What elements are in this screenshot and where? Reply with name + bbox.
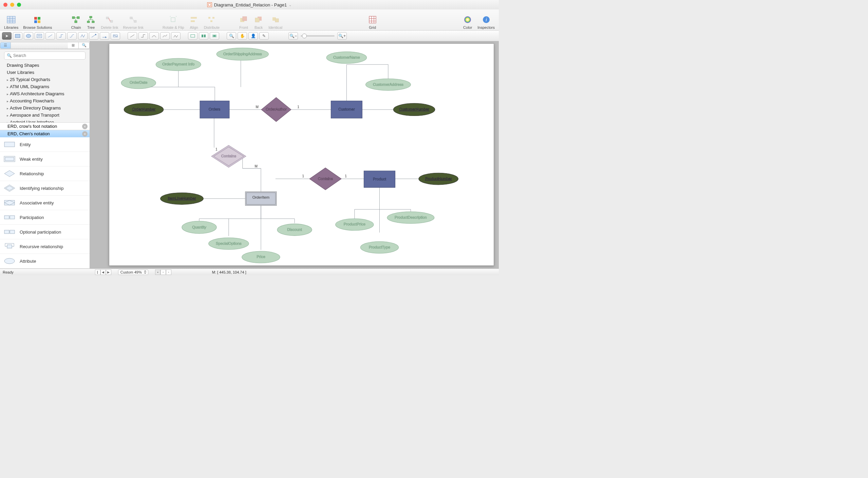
pointer-tool[interactable]: ➤	[2, 32, 12, 40]
entity-product[interactable]: Product	[364, 171, 395, 187]
browse-solutions-button[interactable]: Browse Solutions	[21, 15, 54, 29]
color-button[interactable]: Color	[460, 15, 475, 29]
tree-item[interactable]: Aerospace and Transport	[0, 112, 90, 119]
line-tool-1[interactable]	[128, 32, 137, 40]
tree-item[interactable]: ATM UML Diagrams	[0, 83, 90, 90]
tree-item[interactable]: AWS Architecture Diagrams	[0, 90, 90, 97]
profile-tool[interactable]: 👤	[248, 32, 258, 40]
shape-identifying-relationship[interactable]: Identifying relationship	[0, 181, 90, 196]
reverse-link-button: Reverse link	[121, 15, 146, 29]
relationship-orderauthor[interactable]: OrderAuthor	[261, 97, 291, 122]
attr-specialoptions[interactable]: SpecialOptions	[209, 238, 249, 250]
shape-relationship[interactable]: Relationship	[0, 166, 90, 181]
connector-3[interactable]	[67, 32, 77, 40]
inspectors-button[interactable]: i Inspectors	[475, 15, 497, 29]
close-icon[interactable]: ×	[82, 131, 88, 137]
snap-tool-2[interactable]	[199, 32, 208, 40]
status-bar: Ready ‖◀▶ Custom 49% ▪▫▫ M: [ 445.38, 10…	[0, 268, 499, 275]
libraries-button[interactable]: Libraries	[2, 15, 20, 29]
line-tool-2[interactable]	[138, 32, 148, 40]
attr-orderdate[interactable]: OrderDate	[121, 77, 156, 89]
shape-associative-entity[interactable]: Associative entity	[0, 196, 90, 210]
zoom-slider[interactable]	[301, 35, 335, 37]
attr-productdesc[interactable]: ProductDescription	[387, 212, 434, 224]
close-window-icon[interactable]	[3, 3, 7, 7]
line-tool-3[interactable]	[149, 32, 159, 40]
shape-attribute[interactable]: Attribute	[0, 254, 90, 268]
attr-ordershipping[interactable]: OrderShippingAddress	[216, 48, 268, 60]
entity-customer[interactable]: Customer	[331, 101, 362, 118]
window-controls	[0, 3, 21, 7]
canvas-area[interactable]: M 1 1 M 1 1	[90, 41, 499, 268]
entity-orderitem[interactable]: OrderItem	[245, 192, 277, 205]
zoom-out-button[interactable]: 🔍−	[288, 32, 298, 40]
svg-text:OrderDate: OrderDate	[130, 80, 147, 84]
drawing-canvas[interactable]: M 1 1 M 1 1	[109, 43, 494, 266]
line-tool-4[interactable]	[160, 32, 170, 40]
connector-5[interactable]	[89, 32, 98, 40]
relationship-contains-2[interactable]: Contains	[309, 168, 341, 190]
panel-search-toggle[interactable]: 🔍	[79, 42, 90, 49]
attr-producttype[interactable]: ProductType	[360, 241, 398, 253]
connector-6[interactable]	[100, 32, 109, 40]
svg-rect-68	[10, 230, 15, 234]
line-tool-5[interactable]	[171, 32, 181, 40]
connector-2[interactable]	[56, 32, 66, 40]
close-icon[interactable]: ×	[82, 124, 88, 129]
attr-customeraddress[interactable]: CustomerAddress	[366, 79, 411, 91]
page-nav[interactable]: ‖◀▶	[95, 270, 111, 275]
search-input[interactable]	[4, 52, 86, 60]
snap-tool-3[interactable]	[210, 32, 219, 40]
rect-tool[interactable]	[13, 32, 22, 40]
shape-weak-entity[interactable]: Weak entity	[0, 152, 90, 166]
document-title[interactable]: Diagrama_Entidad_Relacion - Page1 ⌄	[207, 2, 292, 7]
keyattr-customernumber[interactable]: CustomerNumber	[393, 103, 435, 116]
shape-optional-participation[interactable]: Optional participation	[0, 225, 90, 239]
tree-button[interactable]: Tree	[84, 15, 98, 29]
tree-item[interactable]: Active Directory Diagrams	[0, 104, 90, 112]
keyattr-ordernumber[interactable]: OrderNumber	[124, 103, 163, 116]
tree-item[interactable]: Android User Interface	[0, 119, 90, 122]
library-tab-chen[interactable]: ERD, Chen's notation×	[0, 130, 90, 137]
libraries-tree[interactable]: Drawing Shapes User Libraries 25 Typical…	[0, 62, 90, 122]
zoom-tool[interactable]: 🔍	[227, 32, 236, 40]
zoom-window-icon[interactable]	[17, 3, 21, 7]
tree-item[interactable]: 25 Typical Orgcharts	[0, 76, 90, 83]
connector-1[interactable]	[45, 32, 55, 40]
text-tool[interactable]	[35, 32, 44, 40]
panel-view-tree[interactable]: ☰	[0, 42, 11, 49]
minimize-window-icon[interactable]	[10, 3, 14, 7]
page-tabs[interactable]: ▪▫▫	[155, 270, 171, 275]
shape-entity[interactable]: Entity	[0, 137, 90, 152]
attr-customername[interactable]: CustomerName	[326, 52, 367, 64]
attr-discount[interactable]: Discount	[277, 224, 312, 236]
attr-orderpayment[interactable]: OrderPayment Info	[156, 58, 201, 71]
entity-orders[interactable]: Orders	[200, 101, 229, 118]
tree-item[interactable]: User Libraries	[0, 69, 90, 76]
zoom-in-button[interactable]: 🔍+	[337, 32, 347, 40]
chain-button[interactable]: Chain	[69, 15, 83, 29]
library-tab-crow[interactable]: ERD, crow's foot notation×	[0, 122, 90, 130]
attr-price[interactable]: Price	[242, 251, 280, 263]
zoom-dropdown[interactable]: Custom 49%	[118, 270, 148, 275]
attr-productprice[interactable]: ProductPrice	[336, 219, 374, 231]
connector-4[interactable]	[78, 32, 88, 40]
tree-item[interactable]: Accounting Flowcharts	[0, 97, 90, 104]
keyattr-productnumber[interactable]: ProductNumber	[419, 173, 458, 185]
svg-rect-15	[106, 17, 109, 19]
svg-line-49	[113, 35, 117, 37]
grid-button[interactable]: Grid	[365, 15, 380, 29]
pencil-tool[interactable]: ✎	[259, 32, 269, 40]
pan-tool[interactable]: ✋	[238, 32, 247, 40]
attr-quantity[interactable]: Quantity	[182, 221, 216, 234]
panel-view-grid[interactable]: ⊞	[68, 42, 79, 49]
connector-7[interactable]	[111, 32, 120, 40]
ellipse-tool[interactable]	[24, 32, 33, 40]
snap-tool-1[interactable]	[188, 32, 197, 40]
tree-item[interactable]: Drawing Shapes	[0, 62, 90, 69]
distribute-button: Distribute	[202, 15, 222, 29]
shape-participation[interactable]: Participation	[0, 210, 90, 225]
shape-recursive-relationship[interactable]: Recursive relationship	[0, 239, 90, 254]
keyattr-itemlinenumber[interactable]: ItemLineNumber	[161, 193, 204, 204]
svg-rect-9	[72, 17, 75, 19]
